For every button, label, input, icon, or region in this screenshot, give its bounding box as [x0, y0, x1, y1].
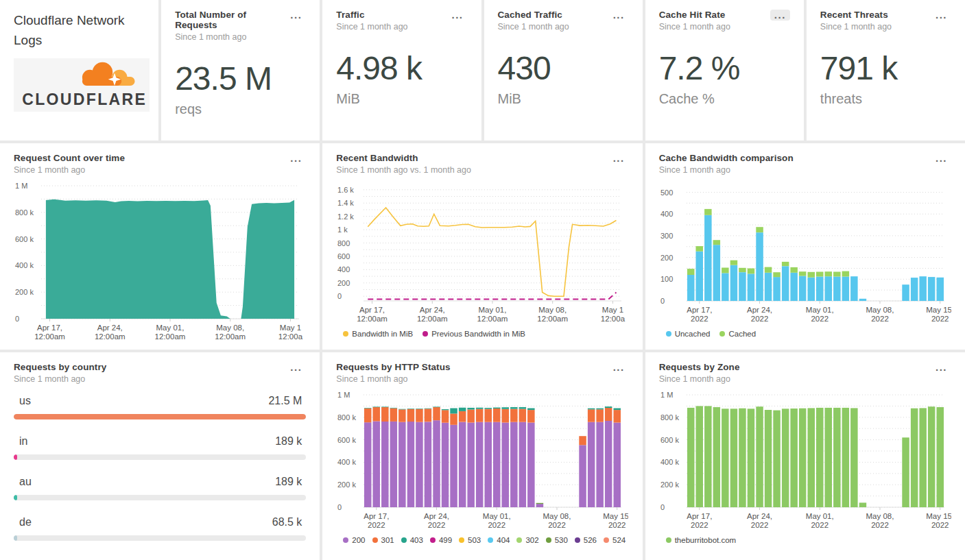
country-row[interactable]: in189 k [14, 435, 306, 460]
svg-text:800 k: 800 k [660, 413, 679, 422]
more-menu-button[interactable]: ... [609, 10, 629, 21]
panel-subtitle: Since 1 month ago [659, 374, 740, 384]
more-menu-button[interactable]: ... [609, 362, 629, 373]
cloudflare-wordmark: CLOUDFLARE [22, 90, 146, 108]
more-menu-button[interactable]: ... [286, 10, 306, 21]
more-menu-button[interactable]: ... [286, 153, 306, 164]
stat-subtitle: Since 1 month ago [659, 22, 730, 32]
legend-item[interactable]: 524 [604, 536, 626, 544]
svg-text:12:00am: 12:00am [155, 332, 186, 341]
legend-item[interactable]: 526 [575, 536, 597, 544]
legend-label: 499 [439, 536, 452, 544]
legend-dot-icon [430, 537, 436, 543]
legend-label: Cached [728, 330, 756, 338]
svg-text:12:00a: 12:00a [278, 332, 303, 341]
legend-item[interactable]: 403 [401, 536, 423, 544]
stat-unit: threats [820, 91, 951, 107]
legend-item[interactable]: 499 [430, 536, 452, 544]
legend-label: 503 [468, 536, 481, 544]
cloudflare-logo-image: CLOUDFLARE [17, 60, 146, 110]
svg-text:May 01,: May 01, [479, 306, 507, 314]
legend-item[interactable]: Previous Bandwidth in MiB [422, 330, 525, 338]
legend-label: 301 [381, 536, 394, 544]
chart-legend: Bandwidth in MiBPrevious Bandwidth in Mi… [336, 326, 628, 338]
more-menu-button[interactable]: ... [609, 153, 629, 164]
legend-dot-icon [343, 331, 348, 337]
logo-card: Cloudflare Network Logs CLOUDFLARE [0, 0, 158, 141]
page-title: Cloudflare Network Logs [14, 11, 145, 50]
svg-text:2022: 2022 [931, 315, 949, 323]
cloudflare-cloud-icon [82, 62, 135, 86]
legend-item[interactable]: 302 [516, 536, 538, 544]
country-bar-fill [14, 414, 306, 419]
cache-bandwidth-chart[interactable]: 0100200300400500Apr 17,2022Apr 24,2022Ma… [659, 180, 951, 326]
stat-subtitle: Since 1 month ago [175, 32, 286, 42]
svg-text:600 k: 600 k [15, 235, 34, 243]
stat-title: Cached Traffic [498, 10, 569, 20]
more-menu-button[interactable]: ... [931, 10, 951, 21]
svg-text:1 k: 1 k [337, 226, 348, 234]
country-bar-list[interactable]: us21.5 Min189 kau189 kde68.5 k [14, 395, 306, 541]
legend-label: 526 [584, 536, 597, 544]
legend-label: Bandwidth in MiB [352, 330, 413, 338]
stat-subtitle: Since 1 month ago [336, 22, 407, 32]
requests-by-zone-chart[interactable]: 0200 k400 k600 k800 k1 MApr 17,2022Apr 2… [659, 389, 951, 532]
country-bar-fill [14, 535, 17, 541]
request-count-chart[interactable]: 0200 k400 k600 k800 k1 MApr 17,12:00amAp… [14, 180, 306, 343]
recent-bandwidth-chart[interactable]: 02004006008001 k1.2 k1.4 k1.6 kApr 17,12… [336, 180, 628, 326]
legend-item[interactable]: 503 [459, 536, 481, 544]
country-row[interactable]: us21.5 M [14, 395, 306, 419]
svg-text:400: 400 [337, 265, 350, 273]
svg-text:800 k: 800 k [337, 413, 356, 422]
country-bar-track [14, 495, 306, 500]
panel-subtitle: Since 1 month ago [14, 374, 106, 384]
svg-text:0: 0 [337, 292, 342, 300]
country-row[interactable]: de68.5 k [14, 516, 306, 541]
legend-item[interactable]: Bandwidth in MiB [343, 330, 413, 338]
panel-title: Request Count over time [14, 153, 125, 163]
more-menu-button[interactable]: ... [286, 362, 306, 373]
legend-item[interactable]: 200 [343, 536, 365, 544]
svg-text:200: 200 [337, 279, 350, 287]
stat-title: Traffic [336, 10, 407, 20]
legend-dot-icon [575, 537, 580, 543]
svg-text:12:00am: 12:00am [34, 332, 65, 341]
panel-cache-bandwidth: Cache Bandwidth comparison Since 1 month… [645, 143, 965, 350]
legend-item[interactable]: Uncached [666, 330, 711, 338]
svg-text:Apr 24,: Apr 24, [97, 324, 123, 332]
svg-text:Apr 17,: Apr 17, [687, 512, 712, 520]
panel-title: Requests by Zone [659, 362, 740, 372]
http-status-chart[interactable]: 0200 k400 k600 k800 k1 MApr 17,2022Apr 2… [336, 389, 628, 532]
more-menu-button[interactable]: ... [447, 10, 467, 21]
svg-text:600 k: 600 k [337, 436, 356, 444]
more-menu-button[interactable]: ... [931, 153, 951, 164]
svg-text:0: 0 [660, 297, 665, 305]
stat-unit: Cache % [659, 91, 790, 107]
legend-label: 302 [525, 536, 538, 544]
country-bar-track [14, 535, 306, 541]
svg-text:12:00am: 12:00am [538, 315, 569, 323]
legend-dot-icon [422, 331, 428, 337]
svg-text:0: 0 [337, 503, 342, 511]
legend-item[interactable]: 301 [372, 536, 394, 544]
more-menu-button[interactable]: ... [770, 10, 790, 21]
legend-item[interactable]: Cached [719, 330, 756, 338]
legend-item[interactable]: 530 [546, 536, 568, 544]
legend-item[interactable]: 404 [488, 536, 510, 544]
svg-text:400 k: 400 k [337, 458, 356, 466]
legend-item[interactable]: theburritobot.com [666, 536, 737, 544]
stat-title: Cache Hit Rate [659, 10, 730, 20]
svg-text:200: 200 [660, 254, 673, 262]
stat-subtitle: Since 1 month ago [820, 22, 892, 32]
country-row[interactable]: au189 k [14, 476, 306, 500]
panel-title: Cache Bandwidth comparison [659, 153, 794, 163]
svg-text:600 k: 600 k [660, 436, 679, 444]
svg-text:600: 600 [337, 252, 350, 260]
svg-text:Apr 17,: Apr 17, [37, 324, 62, 332]
stat-card-cache-hit-rate: Cache Hit Rate Since 1 month ago ... 7.2… [645, 0, 804, 141]
country-value: 189 k [275, 435, 302, 448]
more-menu-button[interactable]: ... [931, 362, 951, 373]
svg-text:May 15,: May 15, [926, 512, 951, 520]
svg-text:2022: 2022 [750, 521, 768, 529]
svg-text:May 08,: May 08, [866, 306, 894, 314]
